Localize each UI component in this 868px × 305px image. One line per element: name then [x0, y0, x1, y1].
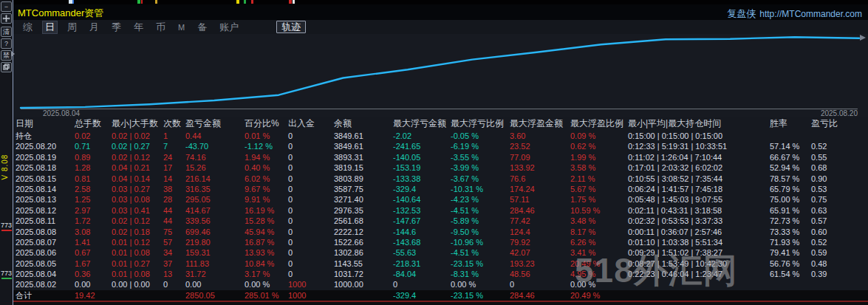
table-cell: 1000	[286, 290, 332, 301]
table-cell: 0	[286, 258, 332, 269]
table-cell: 0	[286, 194, 332, 205]
table-cell: 2025.08.20	[13, 141, 72, 151]
menu-item-M[interactable]: M	[176, 21, 187, 33]
brand-link[interactable]: 复盘侠http://MTCommander.com	[727, 7, 862, 21]
move-icon[interactable]	[1, 13, 12, 24]
table-cell: -55.63	[391, 247, 448, 258]
help-button[interactable]: ?	[1, 38, 12, 49]
table-row[interactable]: 2025.08.200.710.02 | 0.277-43.70-1.12 %0…	[13, 141, 868, 151]
table-cell: 0.60	[809, 227, 866, 237]
table-row[interactable]: 2025.08.142.580.03 | 0.2738316.359.67 %0…	[13, 184, 868, 194]
table-row[interactable]: 持仓0.020.02 | 0.0210.440.01 %03849.61-2.0…	[13, 131, 868, 141]
brand-name: 复盘侠	[727, 8, 756, 19]
sidebar-expand-arrow[interactable]	[11, 51, 15, 57]
column-header: 盈亏比	[809, 117, 866, 131]
table-row[interactable]: 2025.08.051.670.01 | 0.2737111.8310.84 %…	[13, 258, 868, 269]
clear-button[interactable]: 清	[1, 27, 12, 37]
account-tag[interactable]: 773	[0, 270, 13, 279]
equity-curve-line	[21, 37, 859, 108]
table-row[interactable]: 2025.08.122.970.03 | 0.4144414.6716.19 %…	[13, 205, 868, 216]
table-row[interactable]: 2025.08.060.670.01 | 0.0834159.3113.93 %…	[13, 247, 868, 258]
table-cell: 0	[286, 174, 332, 184]
table-cell: 3.41 %	[568, 247, 626, 258]
table-cell: 3.08	[72, 227, 109, 237]
table-cell: 0.01 | 0.08	[109, 247, 161, 258]
table-row[interactable]: 2025.08.131.250.03 | 0.0828295.059.91 %0…	[13, 194, 868, 205]
menu-item-季[interactable]: 季	[109, 21, 123, 33]
table-cell: 42.07	[508, 247, 568, 258]
menu-item-周[interactable]: 周	[65, 21, 79, 33]
table-row[interactable]: 2025.08.071.410.01 | 0.1257219.8016.87 %…	[13, 237, 868, 247]
table-cell: 2025.08.18	[13, 162, 72, 173]
table-cell: 0:17:01 | 2:03:32 | 6:02:02	[626, 162, 768, 173]
table-cell: 20.49 %	[568, 258, 626, 269]
menu-item-年[interactable]: 年	[131, 21, 146, 33]
window-restore-icon[interactable]	[1, 62, 12, 72]
table-row[interactable]: 2025.08.181.280.04 | 0.211715.260.40 %03…	[13, 162, 868, 173]
forbid-button[interactable]: 禁	[1, 50, 12, 61]
account-tag[interactable]: 773	[0, 222, 13, 231]
table-cell	[626, 279, 768, 289]
table-cell: 2561.68	[332, 216, 391, 226]
table-cell	[161, 290, 183, 301]
table-row-total[interactable]: 合计19.422850.05285.01 %1000-329.4-23.15 %…	[13, 290, 868, 301]
minimize-button[interactable]: −	[1, 1, 12, 12]
table-cell: 13	[161, 269, 183, 279]
table-row[interactable]: 2025.08.020.000.00 | 0.0000.000.00 %1000…	[13, 279, 868, 289]
table-cell: 3849.61	[332, 141, 391, 151]
table-cell: 3819.15	[332, 162, 391, 173]
table-cell: 0:01:10 | 1:03:38 | 5:51:34	[626, 237, 768, 247]
table-row[interactable]: 2025.08.111.720.02 | 0.1244339.5615.28 %…	[13, 216, 868, 226]
menu-item-综[interactable]: 综	[21, 21, 35, 33]
table-cell: -143.68	[391, 237, 448, 247]
table-cell: 38	[161, 184, 183, 194]
tool-sidebar: − 清 ? 禁 V 8.08 773 773	[0, 0, 13, 305]
table-cell: 2025.08.11	[13, 216, 72, 226]
table-cell: -329.4	[391, 290, 448, 301]
table-cell: 0	[286, 269, 332, 279]
table-row[interactable]: 2025.08.083.080.02 | 0.1875699.4645.94 %…	[13, 227, 868, 237]
menu-item-日[interactable]: 日	[43, 21, 57, 33]
table-cell: 284.46	[508, 290, 568, 301]
table-cell: 174.24	[508, 184, 568, 194]
table-cell: 0	[286, 237, 332, 247]
table-cell: 0.01 %	[242, 131, 286, 141]
trajectory-button[interactable]: 轨迹	[276, 21, 306, 33]
table-cell: 2025.08.08	[13, 227, 72, 237]
table-cell: -10.31 %	[448, 184, 508, 194]
table-row[interactable]: 2025.08.040.360.01 | 0.081331.723.17 %01…	[13, 269, 868, 279]
table-cell: 34	[161, 247, 183, 258]
menu-item-月[interactable]: 月	[87, 21, 101, 33]
equity-chart[interactable]: 2025.08.04 2025.08.20	[13, 34, 868, 117]
table-cell: 28	[161, 194, 183, 205]
menu-item-备[interactable]: 备	[195, 21, 209, 33]
table-cell: 0.00 %	[242, 279, 286, 289]
table-cell: 0.90	[809, 174, 866, 184]
table-cell: 57	[161, 237, 183, 247]
table-cell: 7	[161, 141, 183, 151]
chart-end-marker	[860, 35, 866, 41]
table-cell: 5.67 %	[568, 184, 626, 194]
app-title: MTCommander资管	[18, 7, 103, 20]
table-cell: 0.75	[809, 194, 866, 205]
table-row[interactable]: 2025.08.190.890.02 | 0.122474.161.94 %03…	[13, 152, 868, 162]
table-cell	[809, 290, 866, 301]
column-header: 次数	[161, 117, 183, 131]
table-cell: 57.14 %	[768, 141, 809, 151]
table-cell: 0.01 | 0.12	[109, 237, 161, 247]
table-row[interactable]: 2025.08.150.810.04 | 0.1414216.146.02 %0…	[13, 174, 868, 184]
table-cell	[809, 131, 866, 141]
table-cell: 71.93 %	[768, 237, 809, 247]
mtcommander-window: − 清 ? 禁 V 8.08 773 773	[0, 0, 868, 305]
table-cell: -1.12 %	[242, 141, 286, 151]
table-cell: 0.36	[72, 269, 109, 279]
table-cell: -4.23 %	[448, 194, 508, 205]
menu-item-币[interactable]: 币	[154, 21, 168, 33]
table-cell: 73.33 %	[768, 227, 809, 237]
table-cell: 0.01 | 0.08	[109, 269, 161, 279]
table-cell: 0.00 %	[568, 279, 626, 289]
table-cell: 3.17 %	[242, 269, 286, 279]
column-header: 最小|大手数	[109, 117, 161, 131]
table-cell: 0.00	[183, 279, 242, 289]
menu-item-账户[interactable]: 账户	[217, 21, 241, 33]
